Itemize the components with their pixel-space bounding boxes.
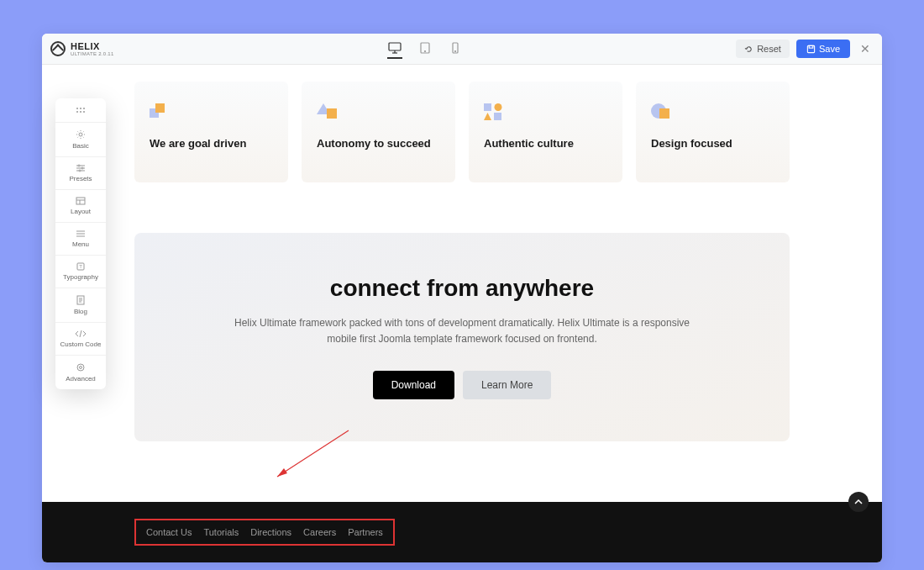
chevron-up-icon <box>854 499 863 504</box>
drag-icon <box>76 107 86 113</box>
sidebar-item-menu[interactable]: Menu <box>55 223 106 256</box>
footer-links: Contact Us Tutorials Directions Careers … <box>134 519 395 546</box>
card-title: Design focused <box>651 137 774 150</box>
scroll-top-button[interactable] <box>848 492 869 512</box>
tablet-icon <box>420 42 430 54</box>
footer-link-contact[interactable]: Contact Us <box>146 527 192 537</box>
viewport-desktop[interactable] <box>387 39 402 59</box>
svg-rect-44 <box>494 113 501 120</box>
viewport-tabs <box>387 39 463 59</box>
svg-point-19 <box>78 165 80 166</box>
action-buttons: Reset Save ✕ <box>736 40 874 58</box>
sidebar-label: Presets <box>69 175 92 182</box>
save-icon <box>806 45 816 54</box>
svg-line-34 <box>80 330 81 337</box>
svg-point-12 <box>76 111 78 113</box>
feature-card: We are goal driven <box>134 82 288 182</box>
sidebar: Basic Presets Layout Menu <box>55 98 106 389</box>
sidebar-label: Menu <box>72 240 89 248</box>
undo-icon <box>744 45 753 54</box>
sidebar-item-custom-code[interactable]: Custom Code <box>55 323 106 356</box>
card-shapes-icon <box>150 103 273 120</box>
sidebar-label: Typography <box>63 273 98 281</box>
sidebar-label: Custom Code <box>60 340 102 348</box>
feature-card: Design focused <box>636 82 790 182</box>
svg-rect-0 <box>389 43 401 50</box>
cta-title: connect from anywhere <box>168 275 756 302</box>
code-icon <box>75 330 87 338</box>
document-icon <box>76 295 85 305</box>
desktop-icon <box>388 42 402 54</box>
footer-link-tutorials[interactable]: Tutorials <box>203 527 239 537</box>
gear-icon <box>76 129 86 140</box>
typography-icon: T <box>76 262 86 271</box>
svg-text:T: T <box>79 264 82 269</box>
sidebar-item-typography[interactable]: T Typography <box>55 256 106 288</box>
logo-subtitle: ULTIMATE 2.0.11 <box>71 51 114 56</box>
topbar: HELIX ULTIMATE 2.0.11 Reset Save <box>42 34 882 65</box>
sidebar-label: Advanced <box>66 375 96 383</box>
footer-link-partners[interactable]: Partners <box>348 527 383 537</box>
svg-marker-43 <box>484 113 491 120</box>
card-title: We are goal driven <box>150 137 273 150</box>
cta-section: connect from anywhere Helix Ultimate fra… <box>134 233 790 441</box>
svg-rect-8 <box>809 45 813 48</box>
svg-rect-40 <box>327 108 337 119</box>
svg-point-14 <box>83 111 85 113</box>
logo-title: HELIX <box>71 42 114 51</box>
card-shapes-icon <box>317 103 440 120</box>
sidebar-item-layout[interactable]: Layout <box>55 190 106 223</box>
layout-icon <box>76 197 86 205</box>
svg-point-11 <box>83 108 85 109</box>
svg-rect-46 <box>659 108 669 119</box>
svg-rect-22 <box>76 198 85 204</box>
viewport-mobile[interactable] <box>448 39 463 59</box>
advanced-icon <box>76 362 86 372</box>
svg-point-4 <box>424 51 425 52</box>
logo-icon <box>50 41 66 56</box>
footer-link-careers[interactable]: Careers <box>303 527 336 537</box>
svg-point-20 <box>81 167 83 169</box>
svg-point-15 <box>79 133 82 136</box>
sliders-icon <box>76 164 86 172</box>
svg-point-10 <box>80 108 81 109</box>
card-title: Authentic culture <box>484 137 607 150</box>
learn-more-button[interactable]: Learn More <box>463 371 551 399</box>
sidebar-label: Layout <box>71 208 91 215</box>
svg-point-13 <box>80 111 81 113</box>
footer-link-directions[interactable]: Directions <box>250 527 291 537</box>
svg-point-36 <box>80 367 82 369</box>
reset-button[interactable]: Reset <box>736 40 790 58</box>
sidebar-label: Basic <box>72 142 89 150</box>
mobile-icon <box>452 42 459 54</box>
svg-marker-48 <box>277 468 287 477</box>
content-area: Basic Presets Layout Menu <box>42 65 882 502</box>
svg-point-21 <box>79 170 81 172</box>
card-shapes-icon <box>651 103 774 120</box>
card-shapes-icon <box>484 103 607 120</box>
card-title: Autonomy to succeed <box>317 137 440 150</box>
svg-rect-38 <box>155 103 165 113</box>
sidebar-item-presets[interactable]: Presets <box>55 157 106 190</box>
svg-rect-41 <box>484 103 491 111</box>
main-body: We are goal driven Autonomy to succeed A… <box>42 65 882 441</box>
sidebar-label: Blog <box>74 308 87 315</box>
sidebar-item-basic[interactable]: Basic <box>55 123 106 157</box>
feature-cards: We are goal driven Autonomy to succeed A… <box>134 82 790 182</box>
menu-icon <box>76 230 86 238</box>
viewport-tablet[interactable] <box>417 39 433 59</box>
sidebar-item-advanced[interactable]: Advanced <box>55 356 106 389</box>
sidebar-item-drag[interactable] <box>55 98 106 123</box>
svg-point-42 <box>495 103 502 111</box>
feature-card: Autonomy to succeed <box>302 82 455 182</box>
download-button[interactable]: Download <box>373 371 454 399</box>
cta-buttons: Download Learn More <box>168 371 756 399</box>
svg-rect-7 <box>807 45 814 52</box>
footer: Contact Us Tutorials Directions Careers … <box>42 502 882 562</box>
sidebar-item-blog[interactable]: Blog <box>55 288 106 323</box>
app-window: HELIX ULTIMATE 2.0.11 Reset Save <box>42 34 882 562</box>
save-button[interactable]: Save <box>796 40 850 58</box>
cta-description: Helix Ultimate framework packed with ton… <box>227 315 697 347</box>
logo: HELIX ULTIMATE 2.0.11 <box>50 41 114 56</box>
close-button[interactable]: ✕ <box>857 42 874 55</box>
